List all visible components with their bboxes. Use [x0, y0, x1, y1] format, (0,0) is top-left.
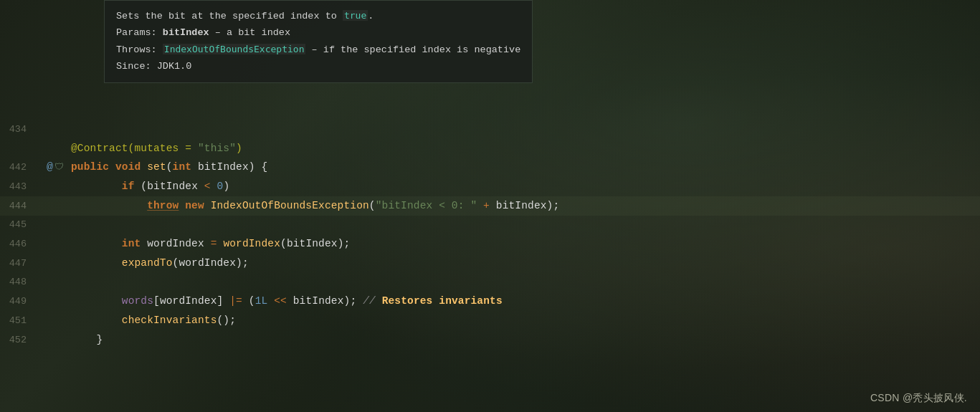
- comment-449: //: [363, 295, 382, 307]
- doc-params-label: Params:: [116, 27, 163, 38]
- line-content-442: public void set(int bitIndex) {: [68, 158, 980, 176]
- doc-since-label: Since:: [116, 61, 157, 72]
- doc-line-3: Throws: IndexOutOfBoundsException – if t…: [116, 42, 520, 59]
- et-wordindex: wordIndex: [179, 257, 236, 269]
- kw-if: if: [122, 181, 135, 192]
- assign-op: =: [211, 238, 217, 249]
- kw-new: new: [185, 200, 204, 211]
- doc-throws-label: Throws:: [116, 44, 163, 55]
- ci-semi: ;: [229, 315, 236, 326]
- fn-wordindex: wordIndex: [223, 238, 280, 249]
- if-paren-open: (: [141, 181, 147, 192]
- code-line-442: 442 @ 🛡 public void set(int bitIndex) {: [0, 158, 980, 177]
- words-semi: ;: [350, 295, 356, 307]
- line-content-447: expandTo(wordIndex);: [68, 254, 980, 272]
- fn-checkinv: checkInvariants: [122, 315, 217, 326]
- et-semi: ;: [242, 257, 249, 269]
- code-line-446: 446 int wordIndex = wordIndex(bitIndex);: [0, 234, 980, 254]
- shield-icon: 🛡: [54, 158, 64, 177]
- throw-paren-open: (: [369, 200, 376, 211]
- wi-paren-close: ): [338, 238, 344, 249]
- close-brace: }: [96, 334, 103, 345]
- annotation-close: ): [236, 143, 242, 154]
- code-line-443: 443 if (bitIndex < 0): [0, 177, 980, 196]
- line-num-447: 447: [0, 254, 39, 273]
- var-wordindex: wordIndex: [147, 238, 204, 249]
- if-paren-close: ): [223, 181, 229, 192]
- annotation-text: @Contract(mutates =: [71, 143, 198, 154]
- ci-paren-open: (: [217, 315, 223, 326]
- fn-expandto: expandTo: [122, 257, 173, 269]
- kw-int-446: int: [122, 238, 141, 249]
- line-content-451: checkInvariants();: [68, 311, 980, 330]
- expr-paren-open: (: [249, 295, 255, 307]
- throw-semi: ;: [553, 200, 559, 211]
- paren-close: ): [249, 161, 255, 173]
- line-num-452: 452: [0, 331, 39, 350]
- plus-op: +: [483, 200, 490, 211]
- doc-line-2: Params: bitIndex – a bit index: [116, 25, 520, 42]
- wi-param: wordIndex: [160, 295, 217, 307]
- ci-paren-close: ): [223, 315, 229, 326]
- editor-container: Sets the bit at the specified index to t…: [0, 0, 980, 412]
- doc-throws-desc: – if the specified index is negative: [305, 44, 520, 55]
- bracket-open: [: [153, 295, 160, 307]
- line-content-449: words[wordIndex] |= (1L << bitIndex); //…: [68, 292, 980, 310]
- doc-param-name: bitIndex: [163, 27, 209, 38]
- wi-semi: ;: [344, 238, 351, 249]
- watermark: CSDN @秃头披风侠.: [870, 392, 967, 405]
- shl-op: <<: [274, 295, 287, 307]
- doc-line-1: Sets the bit at the specified index to t…: [116, 8, 520, 25]
- paren-open: (: [166, 161, 173, 173]
- var-words: words: [122, 295, 153, 307]
- ior-op: |=: [229, 295, 242, 307]
- at-icon: @: [47, 158, 53, 177]
- kw-int: int: [173, 161, 192, 173]
- bitindex-var: bitIndex: [496, 200, 547, 211]
- kw-public: public: [71, 161, 109, 173]
- code-line-448: 448: [0, 273, 980, 292]
- line-content-446: int wordIndex = wordIndex(bitIndex);: [68, 234, 980, 253]
- line-content-ann: @Contract(mutates = "this"): [68, 139, 980, 158]
- wi-paren-open: (: [280, 238, 287, 249]
- line-content-443: if (bitIndex < 0): [68, 177, 980, 196]
- line-num-446: 446: [0, 235, 39, 254]
- code-line-451: 451 checkInvariants();: [0, 311, 980, 330]
- doc-popup: Sets the bit at the specified index to t…: [104, 0, 533, 83]
- lt-op: <: [204, 181, 211, 192]
- annotation-str: "this": [198, 143, 236, 154]
- line-content-452: }: [68, 330, 980, 349]
- kw-throw: throw: [147, 200, 179, 211]
- code-line-447: 447 expandTo(wordIndex);: [0, 254, 980, 273]
- type-ioobe: IndexOutOfBoundsException: [211, 200, 369, 211]
- line-num-445: 445: [0, 216, 39, 234]
- code-line-ann: @Contract(mutates = "this"): [0, 139, 980, 158]
- doc-since-val: JDK1.0: [157, 61, 192, 72]
- line-num-434: 434: [0, 120, 39, 139]
- code-line-445: 445: [0, 216, 980, 234]
- line-num-448: 448: [0, 273, 39, 292]
- doc-line-4: Since: JDK1.0: [116, 59, 520, 75]
- line-content-444: throw new IndexOutOfBoundsException("bit…: [68, 196, 980, 215]
- line-num-451: 451: [0, 312, 39, 330]
- doc-true-code: true: [343, 10, 368, 21]
- comment-bold-449: Restores invariants: [382, 295, 503, 307]
- code-line-444: 444 throw new IndexOutOfBoundsException(…: [0, 196, 980, 216]
- wi-bitindex: bitIndex: [287, 238, 338, 249]
- brace-open: {: [262, 161, 268, 173]
- line-num-444: 444: [0, 197, 39, 216]
- gutter-442: @ 🛡: [39, 158, 68, 177]
- one-l: 1L: [255, 295, 268, 307]
- kw-void: void: [115, 161, 141, 173]
- bitindex-449: bitIndex: [293, 295, 344, 307]
- param-bitIndex: bitIndex: [198, 161, 249, 173]
- fn-set: set: [147, 161, 166, 173]
- code-line-449: 449 words[wordIndex] |= (1L << bitIndex)…: [0, 292, 980, 311]
- str-bitindex: "bitIndex < 0: ": [376, 200, 477, 211]
- line-num-442: 442: [0, 158, 39, 177]
- code-line-452: 452 }: [0, 330, 980, 350]
- line-num-443: 443: [0, 178, 39, 196]
- code-line-434: 434: [0, 120, 980, 139]
- et-paren-close: ): [236, 257, 242, 269]
- doc-throws-code: IndexOutOfBoundsException: [163, 44, 306, 54]
